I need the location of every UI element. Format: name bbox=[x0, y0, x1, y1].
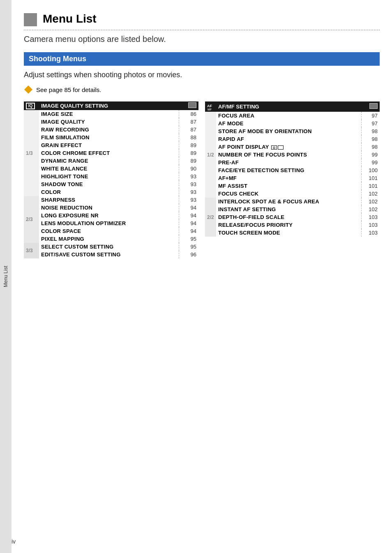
page-white-balance: 90 bbox=[179, 165, 198, 173]
page-lens-modulation: 94 bbox=[179, 219, 198, 227]
table-row: DYNAMIC RANGE 89 bbox=[24, 157, 198, 165]
item-depth-of-field: DEPTH-OF-FIELD SCALE bbox=[216, 213, 362, 221]
item-face-eye-detection: FACE/EYE DETECTION SETTING bbox=[216, 166, 362, 174]
title-icon bbox=[24, 13, 37, 26]
item-color: COLOR bbox=[39, 188, 179, 196]
page-color: 93 bbox=[179, 188, 198, 196]
side-tab: Menu List bbox=[0, 0, 12, 553]
page-dynamic-range: 89 bbox=[179, 157, 198, 165]
right-header-icon-cell: AF MF bbox=[205, 101, 216, 112]
item-color-space: COLOR SPACE bbox=[39, 227, 179, 235]
table-row: 1/2 FOCUS AREA 97 bbox=[205, 112, 380, 120]
item-raw-recording: RAW RECORDING bbox=[39, 126, 179, 134]
page-store-af-mode: 98 bbox=[362, 127, 380, 135]
table-row: COLOR SPACE 94 bbox=[24, 227, 198, 235]
see-page-text: See page 85 for details. bbox=[36, 86, 101, 93]
page-pixel-mapping: 95 bbox=[179, 235, 198, 243]
table-row: 2/3 SHARPNESS 93 bbox=[24, 196, 198, 204]
table-row: AF+MF 101 bbox=[205, 174, 380, 182]
title-area: Menu List bbox=[24, 12, 380, 26]
table-row: AF POINT DISPLAY ⊡ 98 bbox=[205, 143, 380, 151]
item-noise-reduction: NOISE REDUCTION bbox=[39, 204, 179, 212]
item-long-exposure: LONG EXPOSURE NR bbox=[39, 212, 179, 219]
item-touch-screen: TOUCH SCREEN MODE bbox=[216, 229, 362, 237]
page-sharpness: 93 bbox=[179, 196, 198, 204]
dotted-separator bbox=[24, 30, 380, 30]
page-image-quality: 87 bbox=[179, 118, 198, 126]
table-row: HIGHLIGHT TONE 93 bbox=[24, 173, 198, 180]
item-pre-af: PRE-AF bbox=[216, 159, 362, 166]
page-af-mode: 97 bbox=[362, 120, 380, 127]
table-row: GRAIN EFFECT 89 bbox=[24, 141, 198, 149]
page-color-chrome: 89 bbox=[179, 149, 198, 157]
item-af-mf: AF+MF bbox=[216, 174, 362, 182]
page-face-eye-detection: 100 bbox=[362, 166, 380, 174]
table-row: FILM SIMULATION 88 bbox=[24, 134, 198, 141]
table-row: MF ASSIST 101 bbox=[205, 182, 380, 190]
af-box-1: ⊡ bbox=[271, 145, 277, 150]
table-row: LENS MODULATION OPTIMIZER 94 bbox=[24, 219, 198, 227]
table-row: SHADOW TONE 93 bbox=[24, 180, 198, 188]
side-tab-label: Menu List bbox=[3, 266, 9, 287]
page-grain-effect: 89 bbox=[179, 141, 198, 149]
table-row: AF MODE 97 bbox=[205, 120, 380, 127]
page-interlock-spot: 102 bbox=[362, 198, 380, 205]
page-focus-check: 102 bbox=[362, 190, 380, 198]
footer: iv bbox=[12, 538, 16, 545]
item-focus-area: FOCUS AREA bbox=[216, 112, 362, 120]
item-mf-assist: MF ASSIST bbox=[216, 182, 362, 190]
table-row: STORE AF MODE BY ORIENTATION 98 bbox=[205, 127, 380, 135]
table-row: 3/3 SELECT CUSTOM SETTING 95 bbox=[24, 243, 198, 251]
item-grain-effect: GRAIN EFFECT bbox=[39, 141, 179, 149]
page-af-mf: 101 bbox=[362, 174, 380, 182]
page-pre-af: 99 bbox=[362, 159, 380, 166]
page-mf-assist: 101 bbox=[362, 182, 380, 190]
af-point-boxes: ⊡ bbox=[271, 145, 284, 150]
item-store-af-mode: STORE AF MODE BY ORIENTATION bbox=[216, 127, 362, 135]
left-header-label: IMAGE QUALITY SETTING bbox=[39, 101, 179, 110]
table-row: RELEASE/FOCUS PRIORITY 103 bbox=[205, 221, 380, 229]
page-number-focus-points: 99 bbox=[362, 151, 380, 159]
table-row: LONG EXPOSURE NR 94 bbox=[24, 212, 198, 219]
item-instant-af: INSTANT AF SETTING bbox=[216, 205, 362, 213]
page-noise-reduction: 94 bbox=[179, 204, 198, 212]
table-row: FOCUS CHECK 102 bbox=[205, 190, 380, 198]
table-row: DEPTH-OF-FIELD SCALE 103 bbox=[205, 213, 380, 221]
page-shadow-tone: 93 bbox=[179, 180, 198, 188]
tables-container: IQ IMAGE QUALITY SETTING 1/3 IMAGE SIZE … bbox=[24, 101, 380, 258]
see-page-note: See page 85 for details. bbox=[24, 85, 380, 94]
table-row: INSTANT AF SETTING 102 bbox=[205, 205, 380, 213]
page-instant-af: 102 bbox=[362, 205, 380, 213]
item-pixel-mapping: PIXEL MAPPING bbox=[39, 235, 179, 243]
section-marker-3-3: 3/3 bbox=[24, 243, 39, 258]
footer-page-number: iv bbox=[12, 538, 16, 545]
page-release-focus: 103 bbox=[362, 221, 380, 229]
page-depth-of-field: 103 bbox=[362, 213, 380, 221]
item-dynamic-range: DYNAMIC RANGE bbox=[39, 157, 179, 165]
table-row: WHITE BALANCE 90 bbox=[24, 165, 198, 173]
item-film-simulation: FILM SIMULATION bbox=[39, 134, 179, 141]
page-rapid-af: 98 bbox=[362, 135, 380, 143]
item-highlight-tone: HIGHLIGHT TONE bbox=[39, 173, 179, 180]
table-row: IMAGE QUALITY 87 bbox=[24, 118, 198, 126]
page-raw-recording: 87 bbox=[179, 126, 198, 134]
item-lens-modulation: LENS MODULATION OPTIMIZER bbox=[39, 219, 179, 227]
page-film-simulation: 88 bbox=[179, 134, 198, 141]
left-header-icon-cell: IQ bbox=[24, 101, 39, 110]
table-row: TOUCH SCREEN MODE 103 bbox=[205, 229, 380, 237]
item-image-size: IMAGE SIZE bbox=[39, 110, 179, 118]
item-edit-save-custom: EDIT/SAVE CUSTOM SETTING bbox=[39, 251, 179, 258]
section-description: Adjust settings when shooting photos or … bbox=[24, 71, 380, 79]
right-header-label: AF/MF SETTING bbox=[216, 101, 362, 112]
section-header: Shooting Menus bbox=[24, 52, 380, 66]
page-title: Menu List bbox=[43, 12, 97, 25]
page-color-space: 94 bbox=[179, 227, 198, 235]
page-image-size: 86 bbox=[179, 110, 198, 118]
table-row: RAPID AF 98 bbox=[205, 135, 380, 143]
item-color-chrome: COLOR CHROME EFFECT bbox=[39, 149, 179, 157]
right-section-marker-1-2: 1/2 bbox=[205, 112, 216, 198]
page-focus-area: 97 bbox=[362, 112, 380, 120]
item-image-quality: IMAGE QUALITY bbox=[39, 118, 179, 126]
item-select-custom: SELECT CUSTOM SETTING bbox=[39, 243, 179, 251]
item-interlock-spot: INTERLOCK SPOT AE & FOCUS AREA bbox=[216, 198, 362, 205]
